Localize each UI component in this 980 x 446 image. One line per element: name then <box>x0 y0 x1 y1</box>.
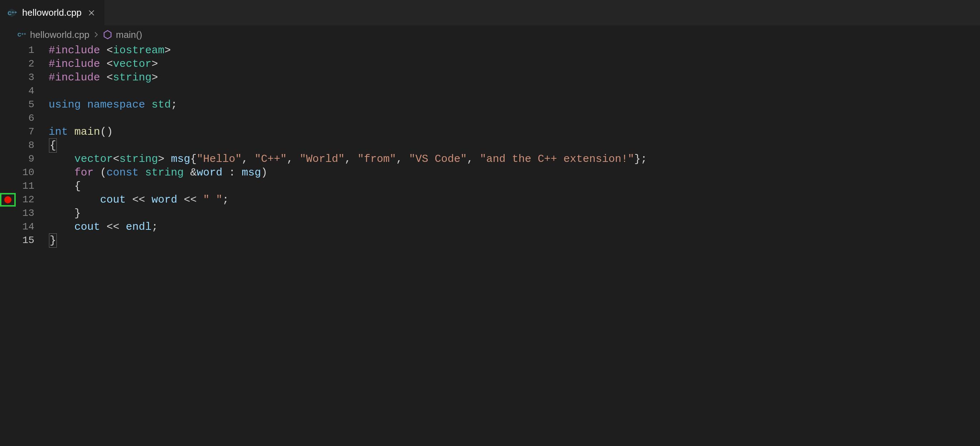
breakpoint-gutter[interactable] <box>0 234 16 247</box>
line-number: 14 <box>16 220 37 234</box>
line-number: 5 <box>16 98 37 112</box>
line-number: 12 <box>16 193 37 207</box>
code-content[interactable]: } <box>37 233 57 248</box>
tab-bar: C⁺⁺ helloworld.cpp <box>0 0 980 26</box>
line-number: 8 <box>16 139 37 152</box>
cpp-file-icon: C⁺⁺ <box>17 30 27 39</box>
breakpoint-gutter[interactable] <box>0 152 16 166</box>
code-content[interactable]: cout << word << " "; <box>37 193 229 207</box>
code-editor[interactable]: 1#include <iostream>2#include <vector>3#… <box>0 44 980 446</box>
line-number: 7 <box>16 125 37 139</box>
code-line[interactable]: 5using namespace std; <box>0 98 980 112</box>
code-content[interactable]: vector<string> msg{"Hello", "C++", "Worl… <box>37 152 647 166</box>
code-line[interactable]: 7int main() <box>0 125 980 139</box>
code-line[interactable]: 10 for (const string &word : msg) <box>0 166 980 179</box>
code-line[interactable]: 9 vector<string> msg{"Hello", "C++", "Wo… <box>0 152 980 166</box>
breakpoint-gutter[interactable] <box>0 112 16 125</box>
code-content[interactable]: } <box>37 207 81 220</box>
line-number: 15 <box>16 234 37 247</box>
code-line[interactable]: 6 <box>0 112 980 125</box>
code-content[interactable]: using namespace std; <box>37 98 177 112</box>
code-line[interactable]: 14 cout << endl; <box>0 220 980 234</box>
breadcrumb-symbol-label: main() <box>116 29 142 40</box>
code-line[interactable]: 1#include <iostream> <box>0 44 980 57</box>
breakpoint-gutter[interactable] <box>0 71 16 84</box>
code-content[interactable]: #include <vector> <box>37 57 158 71</box>
code-line[interactable]: 8{ <box>0 139 980 152</box>
code-content[interactable]: #include <iostream> <box>37 44 171 57</box>
breakpoint-gutter[interactable] <box>0 220 16 234</box>
code-content[interactable]: { <box>37 179 81 193</box>
code-line[interactable]: 11 { <box>0 179 980 193</box>
code-line[interactable]: 13 } <box>0 207 980 220</box>
code-content[interactable]: #include <string> <box>37 71 158 84</box>
line-number: 2 <box>16 57 37 71</box>
breadcrumb: C⁺⁺ helloworld.cpp main() <box>0 26 980 44</box>
breadcrumb-file-label: helloworld.cpp <box>30 29 89 40</box>
line-number: 1 <box>16 44 37 57</box>
breakpoint-gutter[interactable] <box>0 84 16 98</box>
code-line[interactable]: 4 <box>0 84 980 98</box>
method-icon <box>103 30 112 39</box>
tab-close-button[interactable] <box>86 8 97 18</box>
line-number: 10 <box>16 166 37 179</box>
breakpoint-gutter[interactable] <box>0 193 16 207</box>
line-number: 4 <box>16 84 37 98</box>
code-line[interactable]: 2#include <vector> <box>0 57 980 71</box>
chevron-right-icon <box>93 32 99 38</box>
svg-text:C⁺⁺: C⁺⁺ <box>18 32 26 38</box>
line-number: 3 <box>16 71 37 84</box>
breakpoint-gutter[interactable] <box>0 139 16 152</box>
code-line[interactable]: 3#include <string> <box>0 71 980 84</box>
breakpoint-gutter[interactable] <box>0 57 16 71</box>
breakpoint-gutter[interactable] <box>0 44 16 57</box>
line-number: 9 <box>16 152 37 166</box>
code-content[interactable]: for (const string &word : msg) <box>37 166 267 179</box>
breakpoint-gutter[interactable] <box>0 166 16 179</box>
code-content[interactable]: int main() <box>37 125 113 139</box>
svg-text:C⁺⁺: C⁺⁺ <box>8 10 17 16</box>
cpp-file-icon: C⁺⁺ <box>6 8 17 18</box>
breakpoint-gutter[interactable] <box>0 125 16 139</box>
code-content[interactable]: cout << endl; <box>37 220 158 234</box>
line-number: 13 <box>16 207 37 220</box>
close-icon <box>88 9 95 16</box>
breakpoint-gutter[interactable] <box>0 207 16 220</box>
line-number: 6 <box>16 112 37 125</box>
line-number: 11 <box>16 179 37 193</box>
breakpoint-gutter[interactable] <box>0 98 16 112</box>
breadcrumb-symbol[interactable]: main() <box>103 29 142 40</box>
tab-helloworld-cpp[interactable]: C⁺⁺ helloworld.cpp <box>0 0 105 25</box>
code-line[interactable]: 12 cout << word << " "; <box>0 193 980 207</box>
editor-window: C⁺⁺ helloworld.cpp C⁺⁺ helloworld.cpp <box>0 0 980 446</box>
breakpoint-icon[interactable] <box>4 196 11 203</box>
code-content[interactable]: { <box>37 138 57 153</box>
breakpoint-gutter[interactable] <box>0 179 16 193</box>
tab-filename: helloworld.cpp <box>22 7 81 18</box>
breadcrumb-file[interactable]: C⁺⁺ helloworld.cpp <box>17 29 89 40</box>
code-line[interactable]: 15} <box>0 234 980 247</box>
